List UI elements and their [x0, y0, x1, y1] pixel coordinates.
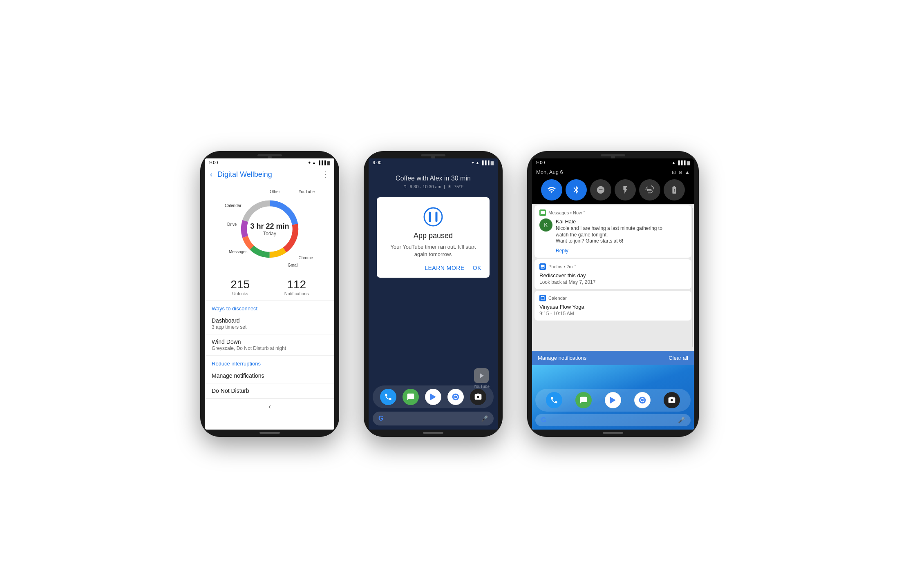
phone-1: 9:00 ✦ ▲ ▐▐▐ ▓ ‹ Digital Wellbeing ⋮	[200, 151, 339, 437]
back-button[interactable]: ‹	[210, 170, 212, 179]
dock-messages[interactable]	[403, 389, 419, 405]
manage-notif-label[interactable]: Manage notifications	[538, 355, 586, 361]
qs-flashlight-tile[interactable]	[615, 179, 636, 200]
dock-phone[interactable]	[380, 389, 396, 405]
reply-button[interactable]: Reply	[556, 248, 687, 254]
wifi-qs-icon[interactable]: ▲	[685, 169, 690, 175]
pause-icon	[423, 207, 443, 227]
cast-icon[interactable]: ⊡	[672, 169, 676, 175]
qs-rotate-tile[interactable]	[639, 179, 660, 200]
weather-temp: 75°F	[454, 184, 463, 189]
weather-icon: ☀	[447, 184, 452, 189]
back-nav-icon[interactable]: ‹	[268, 402, 271, 411]
phone-3: 9:00 ▲ ▐▐▐ ▓ Mon, Aug 6 ⊡ ⊖ ▲	[527, 151, 699, 437]
donut-center: 3 hr 22 min Today	[250, 222, 289, 236]
dnd-icon[interactable]: ⊖	[678, 169, 682, 175]
status-time-1: 9:00	[209, 160, 218, 165]
messages-sender-row: K Kai Hale Nicole and I are having a las…	[539, 218, 687, 254]
dock-phone-3[interactable]	[546, 392, 562, 408]
home-indicator-1	[259, 432, 280, 434]
phone3-dock	[535, 389, 691, 412]
photos-app-name: Photos • 2m ˅	[548, 264, 687, 269]
wind-down-sublabel: Greyscale, Do Not Disturb at night	[212, 345, 328, 351]
photos-notif-header: Photos • 2m ˅	[539, 263, 687, 270]
photos-dropdown[interactable]: ˅	[574, 265, 576, 269]
cal-time: 9:30 - 10:30 am	[410, 184, 441, 189]
battery-icon: ▓	[327, 160, 330, 165]
dock-play-store-3[interactable]	[605, 392, 621, 408]
status-icons-2: ✦ ▲ ▐▐▐ ▓	[471, 160, 494, 165]
label-calendar: Calendar	[225, 203, 242, 208]
calendar-app-name: Calendar	[548, 296, 687, 301]
dock-messages-3[interactable]	[575, 392, 592, 408]
google-search-bar-2[interactable]: G 🎤	[373, 412, 494, 425]
phone3-homescreen: G 🎤	[532, 365, 694, 430]
more-options-button[interactable]: ⋮	[322, 170, 329, 179]
phone-2-screen: 9:00 ✦ ▲ ▐▐▐ ▓ Coffee with Alex in 30 mi…	[369, 158, 498, 430]
cal-icon: 🗓	[403, 184, 407, 189]
bottom-nav: ‹	[205, 399, 334, 414]
svg-point-8	[424, 208, 442, 226]
label-drive: Drive	[227, 222, 237, 227]
wifi-icon-3: ▲	[672, 160, 676, 165]
calendar-widget: Coffee with Alex in 30 min 🗓 9:30 - 10:3…	[369, 167, 498, 193]
date-row-icons: ⊡ ⊖ ▲	[672, 169, 690, 175]
sender-name: Kai Hale	[556, 218, 687, 225]
wind-down-item[interactable]: Wind Down Greyscale, Do Not Disturb at n…	[205, 334, 334, 356]
do-not-disturb-item[interactable]: Do Not Disturb	[205, 383, 334, 399]
label-messages: Messages	[229, 249, 248, 254]
messages-dropdown[interactable]: ˅	[583, 211, 585, 215]
qs-wifi-tile[interactable]	[541, 179, 562, 200]
home-indicator-3	[603, 432, 623, 434]
phone2-dock	[373, 385, 494, 408]
ok-button[interactable]: OK	[473, 265, 481, 271]
signal-icon-3: ▐▐▐	[677, 160, 685, 165]
dock-play-store[interactable]	[425, 389, 441, 405]
phones-container: 9:00 ✦ ▲ ▐▐▐ ▓ ‹ Digital Wellbeing ⋮	[200, 151, 699, 437]
svg-point-14	[641, 399, 644, 402]
photos-notification[interactable]: Photos • 2m ˅ Rediscover this day Look b…	[534, 259, 691, 289]
notifications-stat: 112 Notifications	[284, 278, 309, 296]
messages-notification[interactable]: Messages • Now ˅ K Kai Hale Nicole and I…	[534, 205, 691, 258]
wifi-icon-2: ▲	[476, 160, 480, 165]
date-row: Mon, Aug 6 ⊡ ⊖ ▲	[532, 167, 694, 177]
phone-2: 9:00 ✦ ▲ ▐▐▐ ▓ Coffee with Alex in 30 mi…	[364, 151, 503, 437]
wifi-icon: ▲	[312, 160, 316, 165]
notifications-label: Notifications	[284, 291, 309, 296]
status-icons-3: ▲ ▐▐▐ ▓	[672, 160, 690, 165]
youtube-paused-icon: YouTube	[474, 368, 490, 389]
dashboard-item[interactable]: Dashboard 3 app timers set	[205, 313, 334, 334]
unlocks-number: 215	[230, 278, 250, 291]
google-logo-2: G	[378, 415, 383, 422]
donut-chart-container: 3 hr 22 min Today Other YouTube Calendar…	[205, 182, 334, 274]
calendar-event-time: 9:15 - 10:15 AM	[539, 311, 687, 316]
clear-all-button[interactable]: Clear all	[669, 355, 688, 361]
google-search-bar-3[interactable]: G 🎤	[535, 414, 691, 426]
cal-separator: |	[444, 184, 445, 189]
dock-camera[interactable]	[470, 389, 486, 405]
photos-subtitle: Look back at May 7, 2017	[539, 279, 687, 285]
messages-app-icon	[539, 209, 546, 216]
kai-avatar: K	[539, 218, 552, 232]
home-indicator-2	[423, 432, 443, 434]
dock-camera-3[interactable]	[664, 392, 680, 408]
manage-notifications-item[interactable]: Manage notifications	[205, 368, 334, 383]
status-time-2: 9:00	[373, 160, 381, 165]
dw-header: ‹ Digital Wellbeing ⋮	[205, 167, 334, 182]
reduce-interruptions-title: Reduce interruptions	[205, 356, 334, 368]
messages-app-name: Messages • Now ˅	[548, 210, 687, 215]
app-paused-body: Your YouTube timer ran out. It'll start …	[385, 243, 481, 258]
label-youtube: YouTube	[299, 189, 315, 194]
photos-title: Rediscover this day	[539, 272, 687, 278]
learn-more-button[interactable]: Learn more	[425, 265, 465, 271]
battery-icon-3: ▓	[687, 160, 690, 165]
cal-title: Coffee with Alex in 30 min	[377, 175, 490, 182]
unlocks-label: Unlocks	[230, 291, 250, 296]
calendar-notification[interactable]: Calendar Vinyasa Flow Yoga 9:15 - 10:15 …	[534, 291, 691, 321]
qs-battery-tile[interactable]	[664, 179, 685, 200]
message-text: Nicole and I are having a last minute ga…	[556, 225, 687, 245]
qs-bluetooth-tile[interactable]	[566, 179, 587, 200]
dock-chrome-3[interactable]	[634, 392, 651, 408]
qs-dnd-tile[interactable]	[590, 179, 611, 200]
dock-chrome[interactable]	[447, 389, 464, 405]
